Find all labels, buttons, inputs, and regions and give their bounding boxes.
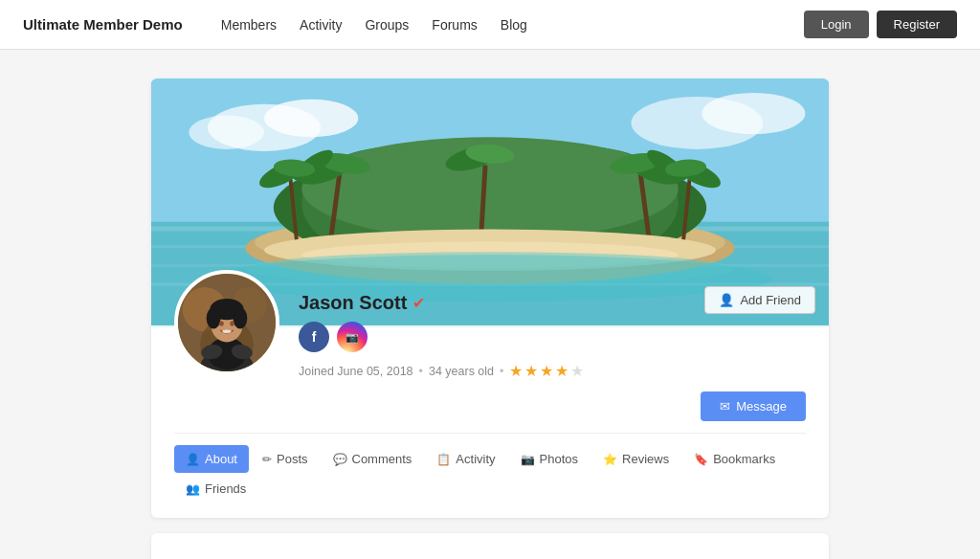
profile-info-section: Jason Scott ✔ f 📷 Joined June 05, 2018 •… [151, 327, 829, 518]
friends-icon: 👥 [186, 482, 200, 496]
profile-details: Jason Scott ✔ f 📷 Joined June 05, 2018 •… [299, 292, 806, 380]
message-btn-row: ✉ Message [174, 391, 806, 421]
nav-links: Members Activity Groups Forums Blog [221, 17, 804, 33]
profile-name: Jason Scott [299, 292, 407, 314]
posts-icon: ✏ [262, 453, 272, 466]
svg-point-52 [230, 321, 234, 326]
register-button[interactable]: Register [877, 11, 957, 38]
star-3: ★ [540, 362, 553, 380]
star-2: ★ [524, 362, 538, 380]
instagram-icon[interactable]: 📷 [337, 322, 368, 352]
login-button[interactable]: Login [804, 11, 869, 38]
facebook-icon[interactable]: f [299, 322, 329, 352]
reviews-icon: ⭐ [603, 453, 617, 466]
content-section [151, 533, 829, 559]
nav-groups[interactable]: Groups [365, 17, 409, 33]
star-4: ★ [555, 362, 568, 380]
social-icons: f 📷 [299, 322, 806, 352]
photos-icon: 📷 [521, 453, 535, 466]
svg-point-3 [189, 116, 264, 149]
nav-actions: Login Register [804, 11, 957, 38]
nav-blog[interactable]: Blog [501, 17, 527, 33]
profile-tabs: 👤 About ✏ Posts 💬 Comments 📋 Activity 📷 [174, 433, 806, 503]
svg-point-49 [207, 307, 221, 328]
bookmarks-icon: 🔖 [694, 453, 708, 466]
star-5: ★ [570, 362, 584, 380]
comments-icon: 💬 [333, 453, 347, 466]
nav-forums[interactable]: Forums [432, 17, 477, 33]
separator-dot-1: • [419, 365, 423, 378]
tab-activity[interactable]: 📋 Activity [425, 445, 506, 473]
tab-photos[interactable]: 📷 Photos [509, 445, 590, 473]
tab-bookmarks[interactable]: 🔖 Bookmarks [682, 445, 787, 473]
activity-icon: 📋 [436, 453, 451, 466]
tab-comments[interactable]: 💬 Comments [322, 445, 424, 473]
tab-reviews[interactable]: ⭐ Reviews [591, 445, 680, 473]
age-info: 34 years old [429, 365, 494, 378]
verified-icon: ✔ [412, 294, 425, 312]
message-button[interactable]: ✉ Message [701, 391, 806, 421]
svg-point-5 [702, 93, 805, 134]
joined-date: Joined June 05, 2018 [299, 365, 413, 378]
rating-stars: ★ ★ ★ ★ ★ [509, 362, 584, 380]
separator-dot-2: • [500, 365, 503, 378]
avatar-wrap [174, 270, 279, 375]
tab-friends[interactable]: 👥 Friends [174, 475, 257, 503]
page-container: 👤 Add Friend [136, 78, 844, 559]
svg-point-53 [222, 329, 231, 333]
facebook-letter: f [312, 329, 317, 345]
svg-point-50 [233, 307, 247, 328]
about-icon: 👤 [186, 453, 200, 466]
profile-name-row: Jason Scott ✔ [299, 292, 806, 314]
brand: Ultimate Member Demo [23, 16, 183, 33]
envelope-icon: ✉ [720, 399, 730, 414]
profile-card: 👤 Add Friend [151, 78, 829, 518]
instagram-letter: 📷 [345, 331, 359, 344]
star-1: ★ [509, 362, 523, 380]
svg-point-51 [219, 321, 224, 326]
svg-point-2 [264, 100, 358, 137]
nav-activity[interactable]: Activity [300, 17, 342, 33]
tab-posts[interactable]: ✏ Posts [251, 445, 320, 473]
tab-about[interactable]: 👤 About [174, 445, 249, 473]
navbar: Ultimate Member Demo Members Activity Gr… [0, 0, 980, 50]
avatar [174, 270, 279, 375]
profile-meta: Joined June 05, 2018 • 34 years old • ★ … [299, 362, 806, 380]
nav-members[interactable]: Members [221, 17, 277, 33]
